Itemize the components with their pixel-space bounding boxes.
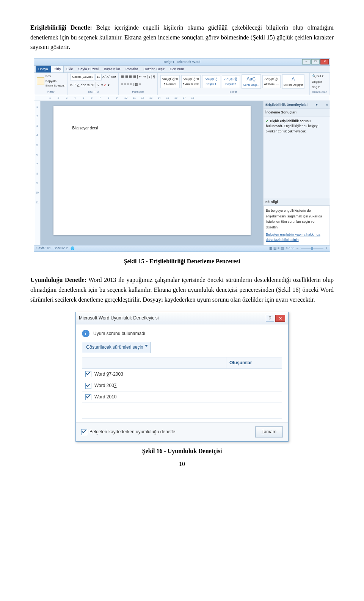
group-clipboard: Kes Kopyala Biçim Boyacısı Pano [34,73,68,95]
zoom-out-icon[interactable]: – [297,246,298,251]
group-label-pano: Pano [36,90,65,94]
page-number: 10 [30,459,334,469]
panel-caret[interactable]: ▾ [316,102,318,107]
tab-mail[interactable]: Postalar [123,66,141,72]
status-words: Sözcük: 2 [53,246,67,250]
style-h1[interactable]: AaÇçĞğBaşlık 1 [202,75,220,88]
accessibility-panel: Erişilebilirlik Denetleyicisi ▾ × İncele… [263,101,330,245]
panel-extra-info: Bu belgeye engelli kişilerin de erişebil… [264,206,330,245]
style-title[interactable]: AaÇKonu Başl... [242,74,261,89]
opt-word-2010[interactable]: Word 2010 [82,392,282,403]
ribbon: Kes Kopyala Biçim Boyacısı Pano Calibri … [34,73,330,95]
paste-icon[interactable] [37,77,44,85]
checkmark-icon [85,383,91,389]
panel-ek-text: Bu belgeye engelli kişilerin de erişebil… [266,208,328,230]
status-page: Sayfa: 1/1 [36,246,51,250]
tab-view[interactable]: Görünüm [167,66,187,72]
lang-icon[interactable]: 🌐 [71,246,75,250]
title-bar: Belge1 - Microsoft Word – □ ✕ [34,58,330,66]
style-subtitle[interactable]: AaÇçĞğıAlt Konu ... [262,75,281,88]
chevron-down-icon [145,345,148,347]
panel-close-icon[interactable]: × [326,102,328,107]
group-paragraph: ☰ ☰ ☰ ☰ | ⇤ ⇥ | ↕ | ¶ ≡ ≡ ≡ ≡ | ▦ ▾ Para… [119,73,157,95]
table-header: Oluşumlar [82,357,282,368]
panel-ek-title: Ek Bilgi [264,198,330,206]
style-h2[interactable]: AaÇçĞğBaşlık 2 [222,75,240,88]
panel-subtitle: İnceleme Sonuçları [264,109,330,116]
zoom-in-icon[interactable]: + [326,246,328,251]
zoom-level: %100 [286,246,295,251]
dialog-titlebar: Microsoft Word Uyumluluk Denetleyicisi ?… [76,312,288,324]
style-nospace[interactable]: AaÇçĞğHı¶ Aralık Yok [181,75,201,88]
info-icon: i [82,330,89,337]
col-occurrences: Oluşumlar [226,357,282,368]
cut-button[interactable]: Kes [46,74,65,79]
font-size[interactable]: 12 [95,74,102,80]
autocheck-option[interactable]: Belgeleri kaydederken uyumluluğu denetle [81,428,175,436]
copy-button[interactable]: Kopyala [46,79,65,84]
para1-lead: Erişilebilirliği Denetle: [30,24,92,31]
style-normal[interactable]: AaÇçĞğHı¶ Normal [160,75,180,88]
group-styles: AaÇçĞğHı¶ Normal AaÇçĞğHı¶ Aralık Yok Aa… [158,73,310,95]
document-text: Bilgisayar dersi [72,126,98,130]
find-button[interactable]: 🔍 Bul ▾ [312,74,323,79]
figure-15-caption: Şekil 15 - Erişilebilirliği Denetleme Pe… [30,256,334,266]
window-title: Belge1 - Microsoft Word [164,59,200,65]
dialog-close-icon[interactable]: ✕ [275,315,285,322]
group-font: Calibri (Gövde) 12 A˄ A˅ Aa▾ K T A abc x… [68,73,119,95]
para2-lead: Uyumluluğu Denetle: [30,277,86,283]
dialog-footer: Belgeleri kaydederken uyumluluğu denetle… [76,422,288,441]
group-label-paragraph: Paragraf [121,90,155,94]
tab-review[interactable]: Gözden Geçir [141,66,167,72]
checkmark-icon [81,429,87,435]
close-icon[interactable]: ✕ [320,59,329,65]
compat-dialog: Microsoft Word Uyumluluk Denetleyicisi ?… [75,312,289,442]
empty-list-area [82,403,282,418]
font-name[interactable]: Calibri (Gövde) [70,74,94,80]
zoom-slider[interactable] [301,248,323,249]
ruler-horizontal: 123456789101112131415161718 [34,95,330,101]
opt-word-97-2003[interactable]: Word 97-2003 [82,369,282,380]
word-screenshot: Belge1 - Microsoft Word – □ ✕ Dosya Giri… [34,58,330,252]
view-icons[interactable]: ▦ ▧ ≡ ▤ [269,246,284,251]
change-styles[interactable]: AStilleri Değiştir [282,74,304,89]
checkmark-icon [85,371,91,377]
tab-insert[interactable]: Ekle [64,66,76,72]
select-button[interactable]: Seç ▾ [312,85,320,90]
help-icon[interactable]: ? [266,315,274,322]
minimize-icon[interactable]: – [302,59,311,65]
ribbon-tabs: Dosya Giriş Ekle Sayfa Düzeni Başvurular… [34,66,330,73]
info-text: Uyum sorunu bulunamadı [93,330,145,337]
versions-dropdown[interactable]: Gösterilecek sürümleri seçin [82,342,151,353]
info-row: i Uyum sorunu bulunamadı [82,330,282,337]
group-label-editing: Düzenleme [312,90,327,95]
tab-file[interactable]: Dosya [36,66,51,72]
document-area[interactable]: Bilgisayar dersi [41,101,263,245]
dialog-title: Microsoft Word Uyumluluk Denetleyicisi [79,315,159,322]
tab-ref[interactable]: Başvurular [101,66,123,72]
opt-word-2007[interactable]: Word 2007 [82,380,282,392]
painter-button[interactable]: Biçim Boyacısı [46,83,65,88]
check-icon: ✓ [266,119,269,123]
replace-button[interactable]: Değiştir [312,80,322,85]
version-options: Word 97-2003 Word 2007 Word 2010 [82,368,282,403]
checkmark-icon [85,394,91,400]
tab-home[interactable]: Giriş [51,65,64,72]
panel-help-link[interactable]: Belgeleri erişilebilir yapma hakkında da… [266,233,320,242]
tab-layout[interactable]: Sayfa Düzeni [76,66,102,72]
panel-title: Erişilebilirlik Denetleyicisi [265,102,308,107]
group-label-styles: Stiller [160,90,307,94]
figure-16-caption: Şekil 16 - Uyumluluk Denetçisi [30,446,334,456]
status-bar: Sayfa: 1/1 Sözcük: 2 🌐 ▦ ▧ ≡ ▤ %100 – + [34,245,330,252]
ok-button[interactable]: Tamam [255,426,283,437]
document-page[interactable]: Bilgisayar dersi [53,106,251,235]
group-editing: 🔍 Bul ▾ Değiştir Seç ▾ Düzenleme [310,73,330,95]
maximize-icon[interactable]: □ [311,59,320,65]
ruler-vertical: 1234567891011 [34,101,41,245]
group-label-font: Yazı Tipi [70,90,116,94]
